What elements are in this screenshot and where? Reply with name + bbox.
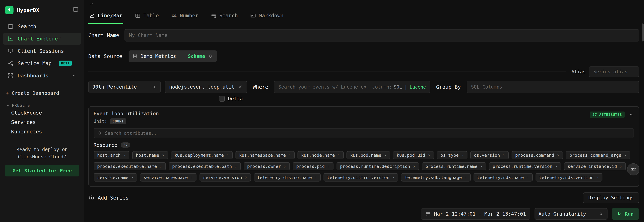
where-input-wrap: SQL | Lucene bbox=[274, 81, 430, 93]
floating-filter-button[interactable] bbox=[627, 163, 640, 176]
attribute-name: service.version bbox=[203, 175, 242, 180]
attribute-chip[interactable]: k8s.deployment.name › bbox=[171, 151, 233, 159]
chevron-right-icon: › bbox=[162, 153, 164, 158]
presets-toggle[interactable]: PRESETS bbox=[0, 103, 84, 108]
attribute-name: process.pid bbox=[296, 164, 325, 169]
chevron-right-icon: › bbox=[464, 175, 467, 180]
alias-row: Alias bbox=[88, 66, 639, 77]
attribute-chip[interactable]: k8s.pod.name › bbox=[346, 151, 390, 159]
chart-type-tabs: Line/Bar Table 123 Number Search Markdow… bbox=[88, 7, 639, 24]
sidebar-collapse-button[interactable] bbox=[72, 6, 79, 14]
attribute-chip[interactable]: service.instance.id › bbox=[564, 162, 626, 171]
preset-services[interactable]: Services bbox=[0, 118, 84, 127]
attribute-name: process.executable.name bbox=[97, 164, 157, 169]
magnifier-icon bbox=[97, 131, 102, 136]
attribute-name: os.type bbox=[440, 153, 459, 158]
chevron-right-icon: › bbox=[283, 164, 286, 169]
attribute-list: host.arch › host.name › k8s.deployment.n… bbox=[94, 151, 634, 182]
run-button[interactable]: Run bbox=[612, 208, 639, 220]
tab-line-bar[interactable]: Line/Bar bbox=[89, 7, 122, 24]
attribute-chip[interactable]: telemetry.sdk.version › bbox=[536, 173, 602, 182]
tab-markdown[interactable]: Markdown bbox=[250, 7, 284, 24]
attribute-chip[interactable]: process.command_args › bbox=[566, 151, 630, 159]
get-started-button[interactable]: Get Started for Free bbox=[5, 165, 79, 177]
attributes-count-badge: 27 ATTRIBUTES bbox=[590, 112, 625, 118]
chevron-right-icon: › bbox=[624, 153, 626, 158]
attribute-chip[interactable]: process.owner › bbox=[244, 162, 290, 171]
attribute-name: k8s.deployment.name bbox=[174, 153, 224, 158]
scrolled-chart-edge bbox=[88, 0, 639, 7]
attribute-chip[interactable]: telemetry.sdk.language › bbox=[401, 173, 471, 182]
attribute-chip[interactable]: os.version › bbox=[470, 151, 509, 159]
brand: HyperDX bbox=[5, 6, 39, 14]
beta-badge: BETA bbox=[59, 61, 72, 66]
aggregation-select[interactable]: 90th Percentile bbox=[88, 81, 161, 93]
chevron-right-icon: › bbox=[502, 153, 505, 158]
add-series-button[interactable]: Add Series bbox=[88, 195, 129, 201]
resource-group-label: Resource bbox=[94, 142, 117, 148]
schema-button[interactable]: Schema bbox=[188, 53, 205, 59]
tab-search[interactable]: Search bbox=[211, 7, 238, 24]
attribute-chip[interactable]: process.executable.name › bbox=[94, 162, 166, 171]
data-source-value: Demo Metrics bbox=[140, 53, 176, 59]
scrollbar-thumb[interactable] bbox=[642, 23, 644, 41]
attribute-chip[interactable]: telemetry.sdk.name › bbox=[474, 173, 533, 182]
lucene-toggle[interactable]: Lucene bbox=[410, 84, 426, 90]
sql-toggle[interactable]: SQL bbox=[394, 84, 402, 90]
attribute-chip[interactable]: k8s.node.name › bbox=[298, 151, 344, 159]
preset-kubernetes[interactable]: Kubernetes bbox=[0, 127, 84, 136]
attribute-chip[interactable]: process.runtime.version › bbox=[489, 162, 561, 171]
attribute-chip[interactable]: process.command › bbox=[512, 151, 563, 159]
attribute-name: process.command bbox=[515, 153, 554, 158]
granularity-select[interactable]: Auto Granularity bbox=[534, 208, 608, 220]
time-range-picker[interactable]: Mar 2 12:47:01 - Mar 2 13:47:01 bbox=[421, 208, 530, 220]
data-source-select[interactable]: Demo Metrics Schema bbox=[128, 50, 217, 62]
sidebar-item-dashboards[interactable]: Dashboards bbox=[3, 70, 81, 82]
attribute-chip[interactable]: process.runtime.description › bbox=[336, 162, 419, 171]
table-icon bbox=[135, 13, 140, 18]
tab-table[interactable]: Table bbox=[135, 7, 159, 24]
unit-label: Unit: bbox=[94, 119, 107, 124]
sidebar-item-service-map[interactable]: Service Map BETA bbox=[3, 57, 81, 69]
filter-sliders-icon bbox=[630, 166, 636, 172]
attribute-name: process.runtime.version bbox=[493, 164, 552, 169]
delta-checkbox[interactable] bbox=[219, 96, 225, 102]
sidebar-item-client-sessions[interactable]: Client Sessions bbox=[3, 45, 81, 57]
attribute-search-input[interactable] bbox=[105, 131, 630, 136]
where-input[interactable] bbox=[278, 84, 391, 90]
chevron-right-icon: › bbox=[314, 175, 317, 180]
attribute-chip[interactable]: telemetry.distro.version › bbox=[324, 173, 398, 182]
alias-input[interactable] bbox=[589, 66, 639, 77]
attribute-chip[interactable]: os.type › bbox=[437, 151, 468, 159]
chevron-right-icon: › bbox=[288, 153, 291, 158]
attribute-name: os.version bbox=[474, 153, 500, 158]
sidebar-item-search[interactable]: Search bbox=[3, 20, 81, 32]
attribute-chip[interactable]: service.version › bbox=[200, 173, 251, 182]
close-icon[interactable] bbox=[238, 85, 242, 89]
chevron-right-icon: › bbox=[555, 164, 558, 169]
attribute-chip[interactable]: k8s.pod.uid › bbox=[393, 151, 434, 159]
attribute-name: k8s.node.name bbox=[301, 153, 335, 158]
attribute-name: telemetry.sdk.name bbox=[477, 175, 524, 180]
display-settings-button[interactable]: Display Settings bbox=[583, 193, 639, 203]
attribute-chip[interactable]: process.runtime.name › bbox=[422, 162, 486, 171]
attribute-chip[interactable]: service.namespace › bbox=[140, 173, 197, 182]
create-dashboard-button[interactable]: + Create Dashboard bbox=[0, 90, 84, 96]
attribute-chip[interactable]: k8s.namespace.name › bbox=[236, 151, 295, 159]
metric-tag[interactable]: nodejs.event_loop.util bbox=[165, 81, 247, 93]
preset-clickhouse[interactable]: ClickHouse bbox=[0, 108, 84, 117]
attribute-chip[interactable]: process.executable.path › bbox=[168, 162, 241, 171]
attribute-chip[interactable]: process.pid › bbox=[292, 162, 334, 171]
chart-name-input[interactable] bbox=[124, 29, 639, 41]
presets-label: PRESETS bbox=[12, 103, 30, 108]
sidebar-item-chart-explorer[interactable]: Chart Explorer bbox=[3, 33, 81, 45]
group-by-input[interactable] bbox=[466, 81, 639, 93]
chevron-right-icon: › bbox=[123, 153, 126, 158]
attribute-chip[interactable]: service.name › bbox=[94, 173, 137, 182]
attribute-chip[interactable]: host.arch › bbox=[94, 151, 130, 159]
attribute-chip[interactable]: telemetry.distro.name › bbox=[254, 173, 321, 182]
attribute-name: k8s.pod.uid bbox=[397, 153, 425, 158]
tab-number[interactable]: 123 Number bbox=[171, 7, 198, 24]
panel-collapse-chevron-icon[interactable] bbox=[628, 112, 634, 117]
attribute-chip[interactable]: host.name › bbox=[132, 151, 168, 159]
